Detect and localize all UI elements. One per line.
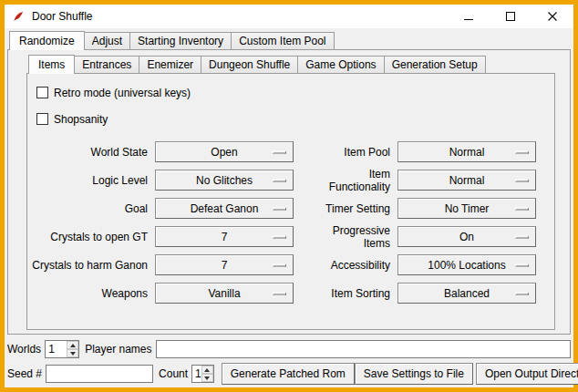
dropdown-value: No Timer — [445, 202, 490, 215]
dropdown-indicator-icon — [273, 263, 286, 266]
title-bar: Door Shuffle — [5, 5, 573, 28]
option-grid: World State Open Logic Level No Glitches… — [27, 138, 554, 307]
tab-starting-inventory[interactable]: Starting Inventory — [129, 32, 232, 49]
tab-items[interactable]: Items — [28, 55, 75, 74]
goal-label: Goal — [31, 202, 155, 215]
count-spinbox[interactable]: 1 — [191, 365, 214, 383]
options-left-column: World State Open Logic Level No Glitches… — [31, 138, 294, 307]
dropdown-crystals-harm-ganon[interactable]: 7 — [155, 254, 294, 275]
dropdown-item-sorting[interactable]: Balanced — [397, 283, 536, 304]
minimize-button[interactable] — [448, 5, 490, 28]
bottom-bar: Worlds 1 Player names Seed # Count 1 — [7, 340, 571, 385]
retro-mode-label: Retro mode (universal keys) — [54, 87, 191, 99]
goal-row: Goal Defeat Ganon — [31, 194, 294, 222]
spin-down-button[interactable] — [67, 349, 78, 357]
dropdown-indicator-icon — [515, 150, 529, 153]
dropdown-weapons[interactable]: Vanilla — [155, 283, 294, 304]
dropdown-goal[interactable]: Defeat Ganon — [155, 198, 294, 219]
dropdown-value: Normal — [449, 174, 485, 187]
tab-entrances[interactable]: Entrances — [74, 56, 139, 73]
randomize-pane: Items Entrances Enemizer Dungeon Shuffle… — [7, 49, 571, 335]
progressive-items-row: Progressive Items On — [304, 222, 536, 251]
dropdown-indicator-icon — [273, 235, 286, 238]
item-sorting-label: Item Sorting — [304, 287, 397, 300]
dropdown-item-pool[interactable]: Normal — [397, 141, 536, 162]
tab-generation-setup[interactable]: Generation Setup — [384, 56, 486, 73]
dropdown-indicator-icon — [515, 292, 529, 294]
dropdown-accessibility[interactable]: 100% Locations — [397, 254, 536, 275]
accessibility-row: Accessibility 100% Locations — [304, 251, 536, 279]
item-functionality-row: Item Functionality Normal — [304, 166, 536, 194]
count-label: Count — [159, 367, 188, 380]
minimize-icon — [464, 12, 473, 21]
tab-randomize[interactable]: Randomize — [9, 31, 85, 50]
crystals-harm-ganon-label: Crystals to harm Ganon — [31, 259, 155, 272]
seed-input[interactable] — [46, 365, 153, 383]
accessibility-label: Accessibility — [304, 259, 397, 272]
shopsanity-checkbox[interactable] — [36, 113, 48, 125]
close-button[interactable] — [532, 5, 573, 28]
dropdown-indicator-icon — [273, 179, 286, 181]
arrow-down-icon — [70, 352, 76, 356]
retro-mode-row: Retro mode (universal keys) — [27, 81, 554, 104]
arrow-up-icon — [70, 344, 76, 347]
close-icon — [548, 12, 557, 21]
maximize-icon — [506, 12, 515, 21]
maximize-button[interactable] — [490, 5, 532, 28]
dropdown-value: 7 — [222, 231, 228, 243]
seed-row: Seed # Count 1 Generate Patched Rom Save… — [7, 363, 571, 385]
tab-game-options[interactable]: Game Options — [297, 56, 384, 73]
dropdown-crystals-open-gt[interactable]: 7 — [155, 226, 294, 247]
tab-enemizer[interactable]: Enemizer — [139, 56, 201, 73]
dropdown-value: 7 — [222, 259, 228, 272]
settings-notebook: Items Entrances Enemizer Dungeon Shuffle… — [26, 54, 555, 330]
save-settings-button[interactable]: Save Settings to File — [355, 363, 473, 385]
worlds-row: Worlds 1 Player names — [7, 340, 571, 358]
dropdown-progressive-items[interactable]: On — [397, 226, 536, 247]
open-output-directory-button[interactable]: Open Output Directory — [476, 363, 578, 385]
arrow-down-icon — [204, 377, 210, 380]
weapons-row: Weapons Vanilla — [31, 279, 294, 307]
dropdown-value: Balanced — [444, 287, 490, 300]
spin-down-button[interactable] — [201, 374, 213, 382]
spinner-arrows — [67, 341, 78, 357]
crystals-harm-ganon-row: Crystals to harm Ganon 7 — [31, 251, 294, 279]
world-state-row: World State Open — [31, 138, 294, 166]
dropdown-item-functionality[interactable]: Normal — [397, 170, 536, 191]
dropdown-value: No Glitches — [196, 174, 253, 187]
dropdown-indicator-icon — [273, 207, 286, 210]
dropdown-world-state[interactable]: Open — [155, 141, 294, 162]
dropdown-indicator-icon — [515, 235, 529, 238]
worlds-spinbox[interactable]: 1 — [45, 340, 79, 358]
tab-adjust[interactable]: Adjust — [84, 32, 130, 49]
dropdown-value: Defeat Ganon — [191, 202, 259, 215]
app-icon — [11, 9, 26, 24]
weapons-label: Weapons — [31, 287, 155, 300]
count-value: 1 — [192, 366, 201, 382]
crystals-open-gt-row: Crystals to open GT 7 — [31, 222, 294, 251]
dropdown-timer-setting[interactable]: No Timer — [397, 198, 536, 219]
dropdown-logic-level[interactable]: No Glitches — [155, 170, 294, 191]
dropdown-indicator-icon — [273, 150, 286, 153]
worlds-label: Worlds — [7, 343, 41, 356]
shopsanity-row: Shopsanity — [27, 108, 554, 130]
spin-up-button[interactable] — [201, 366, 213, 374]
tab-custom-item-pool[interactable]: Custom Item Pool — [231, 32, 334, 49]
generate-patched-rom-button[interactable]: Generate Patched Rom — [222, 363, 355, 385]
dropdown-value: Normal — [449, 146, 485, 159]
options-right-column: Item Pool Normal Item Functionality Norm… — [304, 138, 536, 307]
main-tab-strip: Randomize Adjust Starting Inventory Cust… — [7, 30, 571, 49]
player-names-input[interactable] — [156, 340, 572, 358]
player-names-label: Player names — [85, 343, 151, 356]
items-pane: Retro mode (universal keys) Shopsanity W… — [26, 73, 555, 330]
arrow-up-icon — [204, 368, 210, 372]
tab-dungeon-shuffle[interactable]: Dungeon Shuffle — [201, 56, 298, 73]
window-controls — [448, 5, 573, 28]
retro-mode-checkbox[interactable] — [36, 87, 48, 98]
timer-setting-row: Timer Setting No Timer — [304, 194, 536, 222]
window-title: Door Shuffle — [32, 10, 93, 23]
crystals-open-gt-label: Crystals to open GT — [31, 231, 155, 243]
dropdown-value: 100% Locations — [428, 259, 505, 272]
settings-tab-strip: Items Entrances Enemizer Dungeon Shuffle… — [26, 54, 555, 73]
spin-up-button[interactable] — [67, 341, 78, 349]
